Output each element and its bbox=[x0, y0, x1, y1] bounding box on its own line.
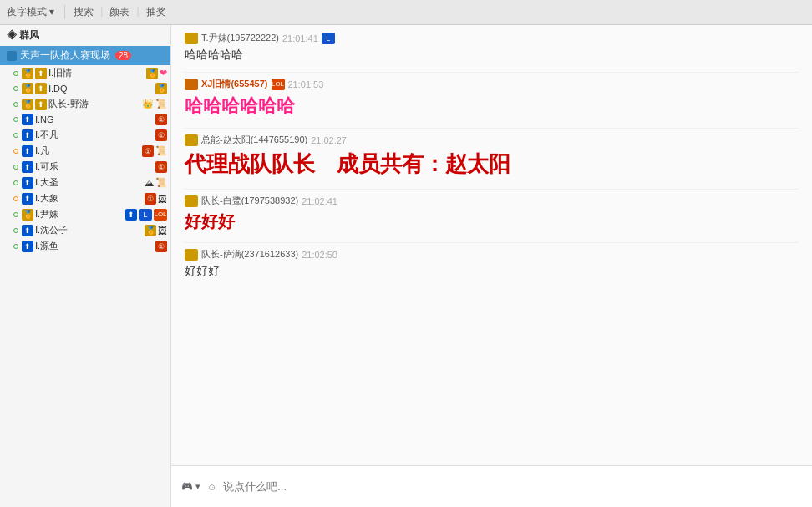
msg-time: 21:01:53 bbox=[288, 79, 324, 89]
status-dot bbox=[13, 228, 18, 233]
list-item[interactable]: 🏅 ⬆ Ⅰ.DQ 🏅 bbox=[0, 81, 170, 96]
rank-badge2: ⬆ bbox=[35, 83, 47, 94]
msg-content: 好好好 bbox=[185, 262, 799, 280]
message-block: T.尹妹(195722222) 21:01:41 L 哈哈哈哈哈 bbox=[185, 32, 799, 63]
msg-divider bbox=[185, 72, 799, 73]
lottery-link[interactable]: 抽奖 bbox=[146, 5, 166, 19]
msg-header: 队长-萨满(2371612633) 21:02:50 bbox=[185, 248, 799, 261]
emoji-dropdown-arrow[interactable]: ▾ bbox=[195, 481, 200, 492]
rank-badge: ⬆ bbox=[22, 193, 33, 205]
member-name: Ⅰ.尹妹 bbox=[35, 208, 124, 221]
rank-badge: 🏅 bbox=[22, 68, 33, 79]
status-dot bbox=[13, 212, 18, 217]
rank-badge: 🏅 bbox=[22, 99, 33, 110]
member-name: 队长-野游 bbox=[48, 98, 140, 110]
sidebar-group-header[interactable]: 天声一队抢人赛现场 28 bbox=[0, 46, 170, 65]
status-dot bbox=[13, 149, 18, 154]
member-name: Ⅰ.不凡 bbox=[35, 129, 154, 141]
msg-header: T.尹妹(195722222) 21:01:41 L bbox=[185, 32, 799, 44]
member-name: Ⅰ.大圣 bbox=[35, 176, 143, 189]
scroll-icon: 📜 bbox=[155, 177, 167, 188]
member-name: Ⅰ.源鱼 bbox=[35, 240, 154, 252]
status-dot bbox=[13, 244, 18, 249]
scroll-icon: 📜 bbox=[155, 99, 167, 109]
rank-badge: ⬆ bbox=[22, 177, 33, 189]
list-item[interactable]: ⬆ Ⅰ.NG ① bbox=[0, 112, 170, 127]
sender-badge bbox=[185, 249, 198, 261]
rank-badge: 🏅 bbox=[22, 209, 33, 221]
face-button[interactable]: ☺ bbox=[207, 482, 216, 492]
lol-badge: LOL bbox=[272, 79, 285, 90]
list-item[interactable]: ⬆ Ⅰ.源鱼 ① bbox=[0, 238, 170, 254]
list-item[interactable]: ⬆ Ⅰ.可乐 ① bbox=[0, 159, 170, 175]
extra-badge: 🏅 bbox=[155, 83, 167, 94]
extra-badge: ① bbox=[155, 161, 167, 173]
face-link[interactable]: 颜表 bbox=[109, 5, 129, 19]
msg-sender: 队长-白鹭(1797538932) bbox=[201, 195, 298, 207]
chat-messages: T.尹妹(195722222) 21:01:41 L 哈哈哈哈哈 XJ旧情(65… bbox=[171, 25, 812, 465]
msg-content: 好好好 bbox=[185, 209, 799, 234]
rank-badge: ⬆ bbox=[22, 241, 33, 252]
chat-input[interactable] bbox=[223, 480, 802, 493]
rank-badge: ⬆ bbox=[22, 129, 33, 141]
group-badge: 28 bbox=[115, 51, 131, 60]
member-name: Ⅰ.凡 bbox=[35, 144, 140, 157]
sep1: | bbox=[100, 5, 103, 19]
msg-divider bbox=[185, 128, 799, 129]
crown-icon: 👑 bbox=[142, 99, 154, 109]
msg-time: 21:02:41 bbox=[302, 196, 337, 206]
extra-badge: ① bbox=[155, 129, 167, 141]
lv-badge: L bbox=[139, 209, 152, 221]
rank-badge2: ⬆ bbox=[35, 99, 47, 110]
list-item[interactable]: 🏅 ⬆ 队长-野游 👑 📜 bbox=[0, 96, 170, 112]
emoji-button[interactable]: 🎮 ▾ bbox=[181, 481, 200, 492]
msg-header: 队长-白鹭(1797538932) 21:02:41 bbox=[185, 195, 799, 207]
list-item[interactable]: ⬆ Ⅰ.凡 ① 📜 bbox=[0, 143, 170, 159]
sep2: | bbox=[136, 5, 139, 19]
list-item[interactable]: ⬆ Ⅰ.沈公子 🏅 🖼 bbox=[0, 222, 170, 238]
msg-content: 代理战队队长 成员共有：赵太阳 bbox=[185, 148, 799, 180]
msg-time: 21:02:27 bbox=[311, 135, 347, 145]
sender-badge bbox=[185, 134, 198, 146]
extra-badge: ① bbox=[155, 241, 167, 252]
status-dot bbox=[13, 117, 18, 122]
message-block: 队长-萨满(2371612633) 21:02:50 好好好 bbox=[185, 248, 799, 280]
message-block: 总能-赵太阳(1447655190) 21:02:27 代理战队队长 成员共有：… bbox=[185, 134, 799, 180]
msg-header: 总能-赵太阳(1447655190) 21:02:27 bbox=[185, 134, 799, 146]
extra-badge: ① bbox=[142, 145, 154, 157]
status-dot bbox=[13, 165, 18, 170]
rank-badge: ⬆ bbox=[22, 145, 33, 157]
msg-sender: 队长-萨满(2371612633) bbox=[201, 248, 298, 261]
scroll-icon: 📜 bbox=[155, 145, 167, 156]
list-item[interactable]: ⬆ Ⅰ.大圣 ⛰ 📜 bbox=[0, 175, 170, 190]
lol-badge: LOL bbox=[154, 209, 167, 221]
msg-sender: XJ旧情(655457) bbox=[201, 78, 268, 90]
message-block: XJ旧情(655457) LOL 21:01:53 哈哈哈哈哈哈 bbox=[185, 78, 799, 119]
member-name: Ⅰ.大象 bbox=[35, 192, 143, 205]
message-block: 队长-白鹭(1797538932) 21:02:41 好好好 bbox=[185, 195, 799, 234]
msg-header: XJ旧情(655457) LOL 21:01:53 bbox=[185, 78, 799, 90]
status-dot bbox=[13, 133, 18, 138]
sender-badge bbox=[185, 33, 198, 44]
chat-input-bar: 🎮 ▾ ☺ bbox=[171, 465, 812, 507]
extra-badge: 🏅 bbox=[146, 68, 158, 79]
up-badge: ⬆ bbox=[125, 209, 137, 221]
status-dot bbox=[13, 196, 18, 201]
sender-badge bbox=[185, 195, 198, 207]
list-item[interactable]: ⬆ Ⅰ.不凡 ① bbox=[0, 127, 170, 143]
extra-badge: ① bbox=[145, 193, 156, 205]
list-item[interactable]: 🏅 ⬆ Ⅰ.旧情 🏅 ❤ bbox=[0, 65, 170, 81]
msg-divider bbox=[185, 189, 799, 190]
msg-sender: 总能-赵太阳(1447655190) bbox=[201, 134, 307, 146]
msg-time: 21:02:50 bbox=[302, 250, 337, 260]
status-dot bbox=[13, 180, 18, 185]
member-name: Ⅰ.NG bbox=[35, 114, 154, 125]
status-dot bbox=[13, 86, 18, 91]
list-item[interactable]: ⬆ Ⅰ.大象 ① 🖼 bbox=[0, 190, 170, 206]
sidebar-section: ◈ 群风 bbox=[0, 25, 170, 46]
mode-selector[interactable]: 夜字模式 ▾ bbox=[7, 5, 54, 19]
lv-badge: L bbox=[322, 33, 335, 44]
heart-icon: ❤ bbox=[160, 68, 167, 79]
list-item[interactable]: 🏅 Ⅰ.尹妹 ⬆ L LOL bbox=[0, 206, 170, 222]
search-link[interactable]: 搜索 bbox=[74, 5, 94, 19]
